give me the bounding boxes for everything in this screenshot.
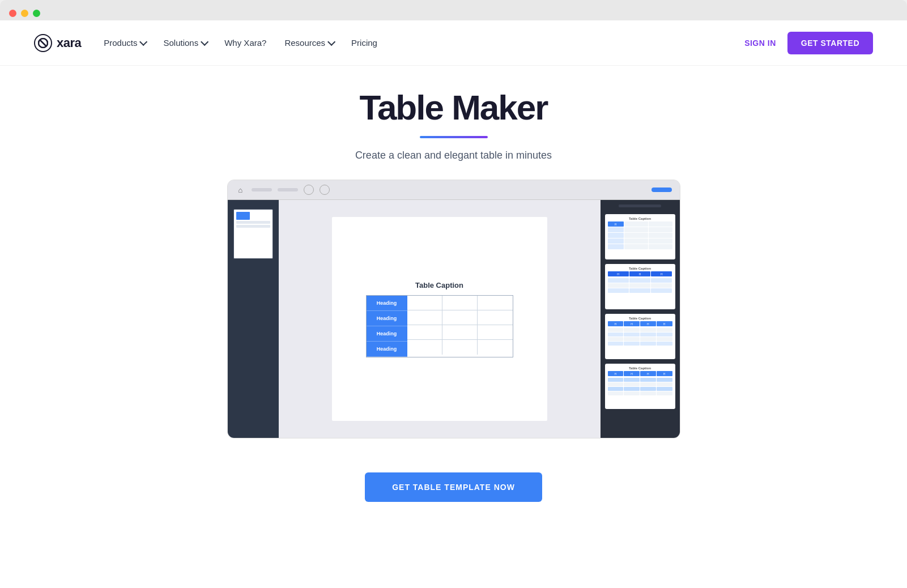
mockup-titlebar: ⌂ [228,180,680,200]
tc-caption-3: Table Caption [608,317,672,320]
navbar-left: xara Products Solutions Why Xara? Resour… [34,34,377,52]
table-heading-2: Heading [367,311,407,326]
table-data-row-3 [407,325,513,340]
mockup-tab-1[interactable] [252,188,272,191]
browser-chrome [0,0,907,20]
hero-subtitle: Create a clean and elegant table in minu… [355,150,552,161]
mockup-sidebar [228,200,279,438]
chevron-down-icon [327,37,335,45]
table-cell [478,296,513,310]
traffic-light-yellow[interactable] [21,10,28,17]
template-card-wrapper-1: Table Caption H [605,214,675,259]
mockup-canvas: Table Caption Heading Heading Heading He… [279,200,601,438]
table-cell [442,296,478,310]
mockup-publish-button[interactable] [651,188,672,192]
canvas-paper: Table Caption Heading Heading Heading He… [332,217,547,421]
nav-links: Products Solutions Why Xara? Resources P… [104,38,377,48]
table-cell [478,310,513,325]
table-heading-3: Heading [367,326,407,342]
table-cell [407,296,442,310]
mockup-circle-1 [304,185,314,195]
navbar: xara Products Solutions Why Xara? Resour… [0,20,907,66]
navbar-right: SIGN IN GET STARTED [744,32,873,54]
app-mockup: ⌂ T [227,180,680,438]
nav-solutions[interactable]: Solutions [163,38,206,48]
table-caption: Table Caption [415,281,463,289]
tc-caption-1: Table Caption [608,217,672,220]
hero-section: Table Maker Create a clean and elegant t… [0,66,907,450]
table-data-cols [407,296,513,357]
table-mockup: Heading Heading Heading Heading [366,295,513,357]
table-heading-1: Heading [367,296,407,311]
nav-why-xara[interactable]: Why Xara? [224,38,266,48]
home-icon: ⌂ [236,185,246,195]
cta-section: GET TABLE TEMPLATE NOW [0,450,907,513]
cta-button[interactable]: GET TABLE TEMPLATE NOW [365,472,542,502]
traffic-light-green[interactable] [33,10,40,17]
hero-underline-decoration [420,136,488,138]
nav-resources[interactable]: Resources [284,38,333,48]
template-card-4[interactable]: Table Caption H H H H [605,364,675,409]
logo-icon [34,34,52,52]
thumb-line-1 [236,221,270,224]
hero-title: Table Maker [360,88,548,127]
table-cell [407,310,442,325]
table-cell [407,325,442,340]
table-data-row-2 [407,310,513,325]
tc-caption-2: Table Caption [608,267,672,270]
page: xara Products Solutions Why Xara? Resour… [0,20,907,588]
mockup-right-panel: Table Caption H [601,200,680,438]
thumb-blue-bar [236,212,250,220]
table-cell [478,325,513,340]
table-cell [478,340,513,355]
mockup-circle-2 [320,185,330,195]
table-cell [442,340,478,355]
table-cell [407,340,442,355]
tc-caption-4: Table Caption [608,367,672,370]
logo[interactable]: xara [34,34,81,52]
template-card-2[interactable]: Table Caption H H H [605,264,675,309]
nav-products[interactable]: Products [104,38,145,48]
table-data-row-4 [407,340,513,355]
traffic-light-red[interactable] [9,10,16,17]
thumb-line-2 [236,225,270,228]
sidebar-thumbnail[interactable] [233,209,273,259]
template-card-1[interactable]: Table Caption H [605,214,675,259]
svg-line-1 [40,40,46,46]
panel-scroll-indicator [619,204,661,207]
sign-in-link[interactable]: SIGN IN [744,39,776,48]
table-col-headers: Heading Heading Heading Heading [367,296,407,357]
nav-pricing[interactable]: Pricing [351,38,377,48]
table-heading-4: Heading [367,342,407,357]
mockup-body: Table Caption Heading Heading Heading He… [228,200,680,438]
logo-text: xara [57,36,81,50]
table-cell [442,310,478,325]
mockup-tab-2[interactable] [278,188,298,191]
chevron-down-icon [140,37,148,45]
table-cell [442,325,478,340]
chevron-down-icon [201,37,208,45]
panel-arrow [601,283,605,290]
template-card-3[interactable]: Table Caption H H H H [605,314,675,359]
table-data-row-1 [407,296,513,310]
get-started-button[interactable]: GET STARTED [787,32,873,54]
